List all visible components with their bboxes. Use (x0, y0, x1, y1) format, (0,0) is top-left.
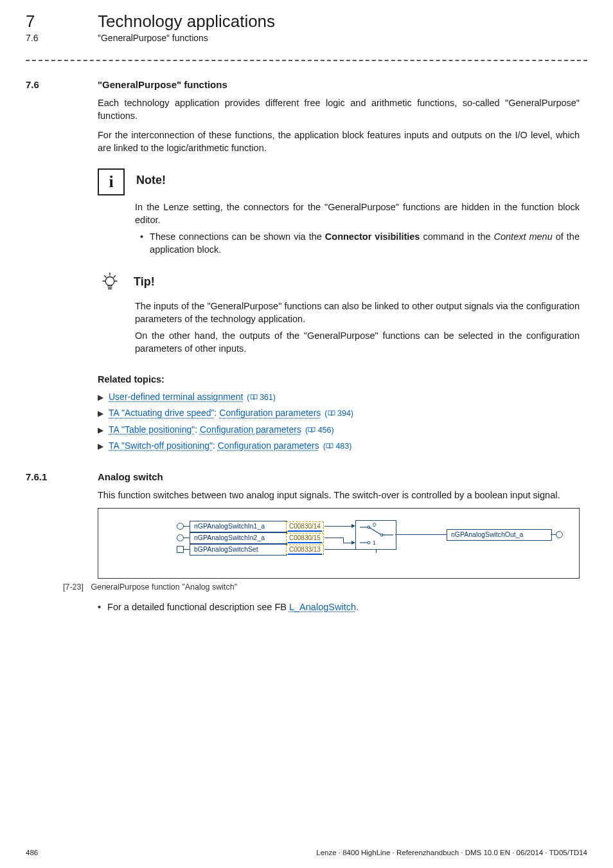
related-page-2[interactable]: ( 394) (324, 408, 353, 419)
chapter-title: Technology applications (98, 12, 275, 32)
svg-line-5 (114, 276, 116, 278)
sec-7-6-1-p1: This function switches between two analo… (98, 489, 580, 502)
diagram-index-1: 1 (373, 539, 376, 547)
note-body: In the Lenze setting, the connectors for… (135, 201, 580, 256)
related-prelink-3[interactable]: TA "Table positioning" (109, 424, 195, 435)
section-7-6-1-heading: 7.6.1 Analog switch (26, 471, 587, 482)
related-list: ▶ User-defined terminal assignment ( 361… (98, 391, 580, 452)
doc-id: Lenze · 8400 HighLine · Referenzhandbuch… (316, 849, 587, 856)
post-fig-bullet: • For a detailed functional description … (98, 601, 580, 613)
page-footer: 486 Lenze · 8400 HighLine · Referenzhand… (26, 849, 587, 856)
diagram-switch-box: 0 1 (355, 520, 396, 550)
diagram-code-2: C00830/15 (286, 533, 324, 543)
related-item-1: ▶ User-defined terminal assignment ( 361… (98, 391, 580, 403)
figure-text: GeneralPurpose function "Analog switch" (91, 583, 237, 592)
section-7-6-heading: 7.6 "GeneralPurpose" functions (26, 79, 587, 90)
triangle-icon: ▶ (98, 425, 103, 436)
diagram-label-set: bGPAnalogSwitchSet (190, 544, 287, 556)
diagram-code-3: C00833/13 (286, 545, 324, 555)
svg-point-0 (105, 277, 114, 286)
bullet-icon: • (98, 601, 101, 613)
svg-point-9 (368, 541, 370, 544)
section-7-6-num: 7.6 (26, 79, 71, 90)
diagram-code-1: C00830/14 (286, 521, 324, 532)
separator (26, 60, 587, 61)
tip-title: Tip! (134, 274, 155, 290)
note-bullet: • These connections can be shown via the… (140, 230, 580, 256)
related-prelink-2[interactable]: TA "Actuating drive speed" (109, 408, 215, 418)
section-7-6-1-num: 7.6.1 (26, 471, 71, 482)
bullet-icon: • (140, 230, 143, 256)
section-header: 7.6 "GeneralPurpose" functions (26, 33, 587, 43)
section-number: 7.6 (26, 33, 71, 43)
chapter-number: 7 (26, 12, 71, 32)
related-item-4: ▶ TA "Switch-off positioning": Configura… (98, 440, 580, 452)
figure-number: [7-23] (63, 583, 84, 592)
related-item-3: ▶ TA "Table positioning": Configuration … (98, 424, 580, 436)
figure-caption: [7-23] GeneralPurpose function "Analog s… (63, 583, 587, 592)
diagram-label-in2: nGPAnalogSwitchIn2_a (190, 532, 287, 544)
related-link-3[interactable]: Configuration parameters (200, 424, 301, 435)
tip-body: The inputs of the "GeneralPurpose" funct… (135, 300, 580, 355)
post-fig-text: For a detailed functional description se… (107, 601, 359, 613)
related-link-4[interactable]: Configuration parameters (218, 440, 319, 451)
related-link-1[interactable]: User-defined terminal assignment (109, 391, 243, 403)
note-p1: In the Lenze setting, the connectors for… (135, 201, 580, 226)
note-bullet-text: These connections can be shown via the C… (150, 230, 580, 256)
note-callout: i Note! (98, 168, 580, 195)
page-number: 486 (26, 849, 38, 856)
related-prelink-4[interactable]: TA "Switch-off positioning" (109, 440, 213, 451)
chapter-header: 7 Technology applications (26, 12, 587, 32)
info-icon: i (98, 168, 125, 195)
related-item-2: ▶ TA "Actuating drive speed": Configurat… (98, 407, 580, 419)
lightbulb-icon (98, 270, 122, 294)
diagram-label-in1: nGPAnalogSwitchIn1_a (190, 521, 287, 532)
related-page-4[interactable]: ( 483) (323, 441, 352, 452)
related-heading: Related topics: (98, 373, 580, 386)
note-title: Note! (136, 172, 166, 188)
section-title: "GeneralPurpose" functions (98, 33, 208, 43)
section-7-6-title: "GeneralPurpose" functions (98, 79, 227, 90)
section-7-6-1-title: Analog switch (98, 471, 163, 482)
related-link-2[interactable]: Configuration parameters (219, 408, 321, 418)
diagram-index-0: 0 (373, 521, 376, 529)
tip-callout: Tip! (98, 270, 580, 294)
sec-7-6-p2: For the interconnection of these functio… (98, 129, 580, 154)
fb-link[interactable]: L_AnalogSwitch (289, 602, 356, 612)
analog-switch-diagram: nGPAnalogSwitchIn1_a nGPAnalogSwitchIn2_… (98, 508, 580, 579)
tip-p2: On the other hand, the outputs of the "G… (135, 329, 580, 355)
svg-line-4 (105, 276, 107, 278)
tip-p1: The inputs of the "GeneralPurpose" funct… (135, 300, 580, 325)
related-page-1[interactable]: ( 361) (247, 392, 276, 403)
triangle-icon: ▶ (98, 441, 103, 452)
triangle-icon: ▶ (98, 392, 103, 403)
sec-7-6-p1: Each technology application provides dif… (98, 96, 580, 122)
triangle-icon: ▶ (98, 408, 103, 419)
related-page-3[interactable]: ( 456) (305, 425, 334, 436)
diagram-port-out (556, 531, 563, 538)
diagram-label-out: nGPAnalogSwitchOut_a (447, 529, 552, 541)
